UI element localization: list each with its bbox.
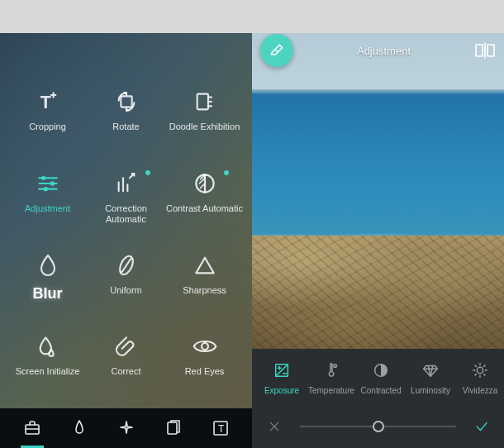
tool-label: Correct — [111, 366, 140, 377]
bottom-tabs: T — [0, 408, 252, 448]
confirm-button[interactable] — [473, 419, 491, 434]
clip-icon — [112, 331, 141, 361]
tool-label: Red Eyes — [185, 366, 225, 377]
badge-dot — [145, 170, 150, 175]
slider-row — [252, 405, 504, 448]
brush-icon — [69, 418, 89, 438]
tool-label: Cropping — [29, 122, 66, 132]
tool-doodle[interactable]: Doodle Exhibition — [165, 87, 244, 154]
diamond-icon — [421, 360, 440, 381]
cancel-button[interactable] — [265, 420, 283, 433]
tool-crop[interactable]: T Cropping — [8, 87, 87, 154]
text-icon: T — [211, 418, 231, 438]
adj-label: Exposure — [264, 386, 299, 395]
svg-rect-1 — [121, 96, 131, 107]
compare-button[interactable] — [474, 42, 496, 59]
tab-toolbox[interactable] — [16, 408, 49, 448]
tool-rotate[interactable]: Rotate — [87, 87, 165, 154]
tool-sharpness[interactable]: Sharpness — [165, 250, 244, 317]
svg-point-16 — [334, 364, 337, 367]
svg-point-3 — [41, 175, 45, 179]
tool-label: Rotate — [112, 122, 139, 132]
eye-icon — [190, 331, 220, 361]
adj-temperature[interactable]: Temperature — [307, 360, 356, 395]
photo-horizon — [252, 89, 504, 94]
tool-label: Correction Automatic — [87, 203, 165, 225]
doodle-icon — [190, 87, 220, 117]
adj-label: Vividezza — [463, 386, 498, 395]
check-icon — [474, 419, 489, 434]
photo-sea — [252, 91, 504, 240]
tab-layers[interactable] — [157, 408, 190, 448]
adj-label: Contracted — [361, 386, 402, 395]
rotate-icon — [112, 87, 141, 117]
adj-vividness[interactable]: Vividezza — [455, 360, 504, 395]
eraser-icon — [269, 42, 285, 59]
sun-icon — [471, 360, 489, 381]
tool-label: Uniform — [110, 285, 142, 296]
tool-red-eyes[interactable]: Red Eyes — [165, 331, 244, 398]
tool-label: Contrast Automatic — [166, 203, 243, 214]
tool-blur[interactable]: Blur — [8, 250, 87, 317]
contrast-circle-icon — [372, 360, 390, 381]
svg-point-4 — [50, 181, 54, 185]
photo-rocks — [252, 236, 504, 349]
tab-text[interactable]: T — [204, 408, 237, 448]
badge-dot — [224, 170, 229, 175]
tools-panel: T Cropping Rotate Doodle Exhibition — [0, 33, 252, 448]
tool-label: Blur — [33, 285, 63, 303]
triangle-icon — [190, 250, 220, 280]
compare-icon — [474, 42, 496, 59]
tool-label: Screen Initialize — [16, 366, 80, 377]
eraser-button[interactable] — [260, 34, 293, 67]
photo-preview — [252, 33, 504, 349]
adj-luminosity[interactable]: Luminosity — [406, 360, 455, 395]
adj-label: Temperature — [308, 386, 354, 395]
thermometer-icon — [322, 360, 340, 381]
tool-auto-contrast[interactable]: Contrast Automatic — [165, 169, 244, 236]
exposure-icon — [273, 360, 291, 381]
tool-auto-correction[interactable]: Correction Automatic — [87, 169, 165, 236]
adj-contrast[interactable]: Contracted — [356, 360, 406, 395]
close-icon — [268, 420, 281, 433]
tool-correct[interactable]: Correct — [87, 331, 165, 398]
tool-grid: T Cropping Rotate Doodle Exhibition — [0, 79, 252, 407]
sliders-icon — [33, 169, 63, 198]
svg-text:T: T — [218, 423, 225, 435]
adj-label: Luminosity — [411, 386, 450, 395]
drop-icon — [33, 331, 63, 361]
svg-point-8 — [202, 343, 208, 350]
svg-point-5 — [43, 187, 47, 191]
crop-icon: T — [33, 87, 63, 117]
adjustments-row: Exposure Temperature Contracted Luminosi… — [252, 349, 504, 405]
tool-screen-initialize[interactable]: Screen Initialize — [8, 331, 87, 398]
svg-rect-10 — [168, 422, 177, 434]
slider[interactable] — [300, 426, 456, 427]
tool-uniform[interactable]: Uniform — [87, 250, 165, 317]
auto-correct-icon — [112, 169, 141, 198]
sparkle-icon — [116, 418, 136, 438]
tool-label: Adjustment — [25, 203, 70, 214]
svg-text:T: T — [40, 93, 50, 112]
tab-brush[interactable] — [63, 408, 96, 448]
tool-adjustment[interactable]: Adjustment — [8, 169, 87, 236]
toolbox-icon — [22, 418, 42, 438]
preview-panel: Adjustment Exposure Temperature — [252, 33, 504, 448]
svg-rect-14 — [487, 45, 494, 56]
contrast-icon — [190, 169, 220, 198]
layers-icon — [164, 418, 183, 438]
tool-label: Doodle Exhibition — [169, 122, 240, 132]
adj-exposure[interactable]: Exposure — [257, 360, 307, 395]
svg-rect-13 — [476, 45, 483, 56]
slider-thumb[interactable] — [373, 421, 384, 432]
tool-label: Sharpness — [183, 285, 226, 296]
preview-topbar: Adjustment — [252, 33, 504, 68]
svg-rect-2 — [197, 94, 207, 110]
feather-icon — [112, 250, 141, 280]
tab-effects[interactable] — [110, 408, 143, 448]
preview-title: Adjustment — [293, 45, 474, 57]
blur-icon — [33, 250, 63, 280]
svg-point-18 — [477, 367, 483, 373]
